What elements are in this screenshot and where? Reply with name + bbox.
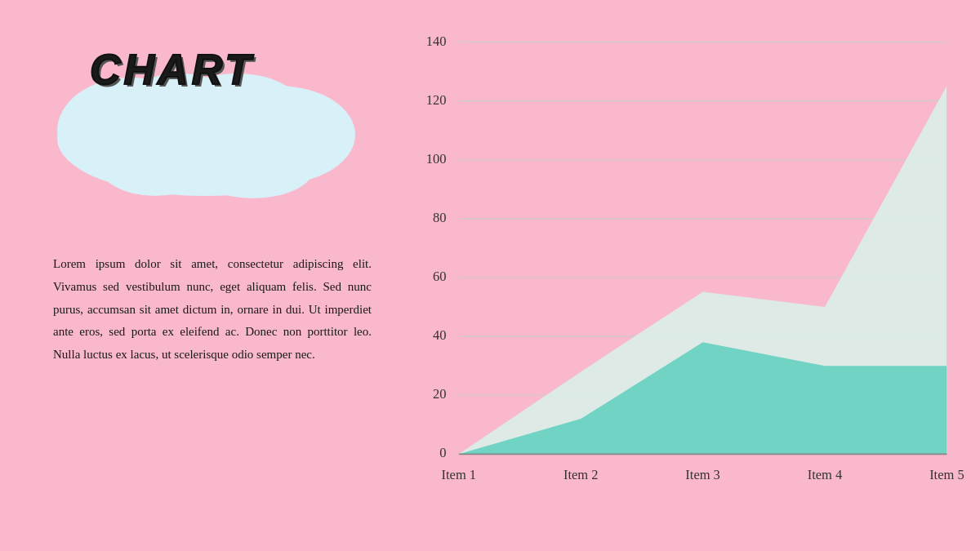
- svg-point-6: [192, 136, 314, 198]
- x-label-item5: Item 5: [929, 467, 964, 482]
- y-label-0: 0: [439, 445, 446, 460]
- y-label-80: 80: [433, 210, 446, 225]
- x-label-item4: Item 4: [808, 467, 843, 482]
- x-label-item2: Item 2: [564, 467, 599, 482]
- area-chart: 0 20 40 60 80 100 120 140: [408, 33, 964, 522]
- y-label-120: 120: [426, 92, 447, 108]
- y-label-100: 100: [426, 151, 447, 167]
- x-label-item1: Item 1: [442, 467, 477, 482]
- chart-area: 0 20 40 60 80 100 120 140: [408, 33, 964, 522]
- y-label-20: 20: [433, 386, 446, 402]
- body-text: Lorem ipsum dolor sit amet, consectetur …: [53, 253, 372, 367]
- y-label-140: 140: [426, 33, 447, 49]
- x-label-item3: Item 3: [685, 467, 720, 482]
- page-title: CHART: [90, 45, 254, 94]
- y-label-40: 40: [433, 327, 446, 343]
- y-label-60: 60: [433, 269, 446, 284]
